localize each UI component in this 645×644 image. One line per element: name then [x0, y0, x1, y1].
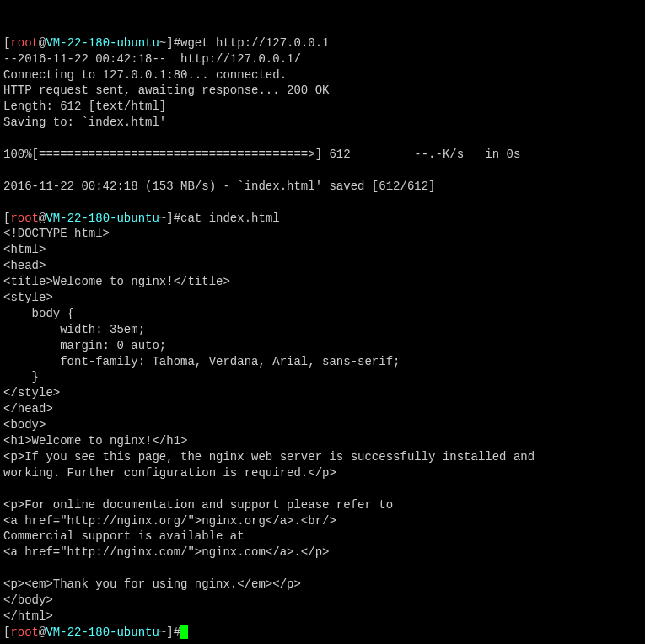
output-line: body {	[3, 307, 74, 320]
prompt-bracket: ]	[166, 36, 173, 50]
output-line: Saving to: `index.html'	[3, 115, 166, 129]
prompt-tilde: ~	[159, 625, 166, 639]
output-line: HTTP request sent, awaiting response... …	[3, 83, 329, 97]
output-line: <p><em>Thank you for using nginx.</em></…	[3, 577, 301, 591]
output-line: <p>If you see this page, the nginx web s…	[3, 450, 535, 464]
output-line: margin: 0 auto;	[3, 339, 166, 352]
output-line: <html>	[3, 243, 46, 256]
output-line: <a href="http://nginx.com/">nginx.com</a…	[3, 545, 329, 559]
prompt-host: VM-22-180-ubuntu	[46, 36, 159, 50]
prompt-user: root	[10, 36, 39, 50]
output-line: <body>	[3, 418, 46, 432]
command-input[interactable]: wget http://127.0.0.1	[180, 36, 329, 50]
output-line: }	[3, 370, 39, 384]
terminal-line: [root@VM-22-180-ubuntu~]#	[3, 625, 188, 639]
cursor-icon[interactable]	[180, 625, 188, 639]
output-line: 100%[===================================…	[3, 148, 520, 161]
terminal-line: [root@VM-22-180-ubuntu~]#wget http://127…	[3, 36, 330, 50]
output-line: <title>Welcome to nginx!</title>	[3, 275, 230, 288]
output-line: </style>	[3, 386, 60, 400]
output-line: Length: 612 [text/html]	[3, 99, 166, 113]
output-line: <head>	[3, 259, 46, 272]
prompt-user: root	[10, 625, 39, 639]
prompt-hash: #	[174, 212, 180, 225]
output-line: working. Further configuration is requir…	[3, 466, 336, 480]
output-line: <p>For online documentation and support …	[3, 498, 393, 512]
output-line: Connecting to 127.0.0.1:80... connected.	[3, 68, 287, 82]
output-line: <a href="http://nginx.org/">nginx.org</a…	[3, 514, 336, 528]
prompt-user: root	[10, 212, 39, 225]
output-line: --2016-11-22 00:42:18-- http://127.0.0.1…	[3, 52, 301, 66]
terminal-line: [root@VM-22-180-ubuntu~]#cat index.html	[3, 212, 280, 225]
prompt-bracket: ]	[166, 212, 173, 225]
prompt-host: VM-22-180-ubuntu	[46, 625, 159, 639]
command-input[interactable]: cat index.html	[180, 212, 280, 225]
output-line: </body>	[3, 593, 53, 607]
prompt-hash: #	[174, 36, 180, 50]
output-line: </head>	[3, 402, 53, 416]
prompt-tilde: ~	[159, 212, 166, 225]
prompt-hash: #	[174, 625, 180, 639]
output-line: <h1>Welcome to nginx!</h1>	[3, 434, 187, 448]
prompt-host: VM-22-180-ubuntu	[46, 212, 159, 225]
output-line: Commercial support is available at	[3, 529, 245, 543]
output-line: <style>	[3, 291, 53, 304]
prompt-bracket: ]	[166, 625, 173, 639]
output-line: font-family: Tahoma, Verdana, Arial, san…	[3, 355, 400, 368]
prompt-tilde: ~	[159, 36, 166, 50]
output-line: <!DOCTYPE html>	[3, 227, 110, 240]
output-line: 2016-11-22 00:42:18 (153 MB/s) - `index.…	[3, 180, 435, 193]
output-line: width: 35em;	[3, 323, 145, 336]
output-line: </html>	[3, 609, 53, 623]
